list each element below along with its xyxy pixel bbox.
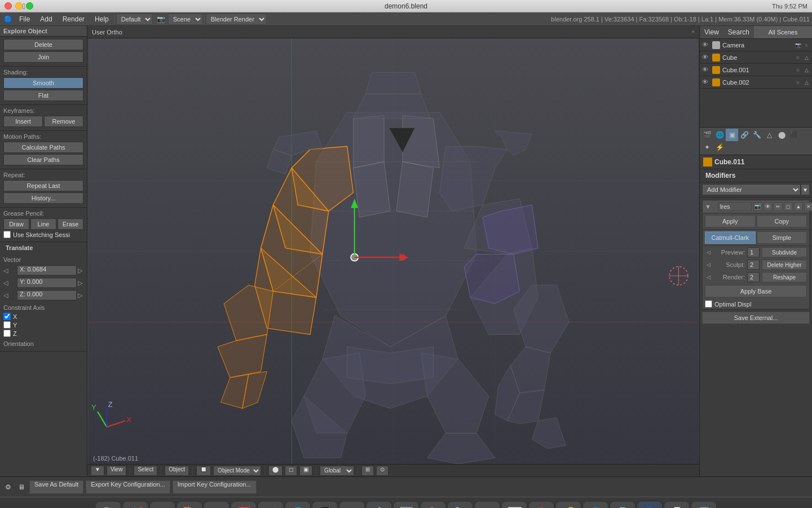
outliner-tab-view[interactable]: View <box>700 26 723 38</box>
menu-help[interactable]: Help <box>90 12 113 26</box>
outliner-tab-all-scenes[interactable]: All Scenes <box>754 26 812 38</box>
props-icon-texture[interactable]: ⬛ <box>788 129 800 141</box>
remove-btn[interactable]: Remove <box>44 116 83 127</box>
preview-val[interactable]: 1 <box>747 247 760 257</box>
delete-btn[interactable]: Delete <box>3 39 83 50</box>
z-input[interactable]: Z: 0.000 <box>17 290 77 300</box>
flat-btn[interactable]: Flat <box>3 90 83 101</box>
preview-left-arrow[interactable]: ◁ <box>705 247 712 257</box>
line-btn[interactable]: Line <box>30 218 56 230</box>
object-mode-select[interactable]: Object Mode Edit Mode Sculpt Mode <box>213 466 261 476</box>
dock-safari[interactable]: 🌐 <box>285 502 310 509</box>
modifier-name-input[interactable] <box>718 202 752 211</box>
scene-select[interactable]: Default <box>116 14 153 25</box>
view-btn[interactable]: View <box>107 466 127 476</box>
history-btn[interactable]: History... <box>3 192 83 204</box>
import-key-btn[interactable]: Import Key Configuration... <box>173 480 257 494</box>
reshape-btn[interactable]: Reshape <box>762 272 807 282</box>
dock-user[interactable]: 👤 <box>583 502 608 509</box>
props-icon-constraints[interactable]: 🔗 <box>738 129 751 141</box>
scene-item-cube002[interactable]: 👁 Cube.002 ○ △ <box>700 76 812 89</box>
modifier-viewport-icon[interactable]: 👁 <box>764 202 773 211</box>
dock-chart[interactable]: 📊 <box>502 502 527 509</box>
props-icon-particles[interactable]: ✦ <box>701 141 713 154</box>
add-modifier-arrow[interactable]: ▼ <box>801 184 810 195</box>
add-modifier-select[interactable]: Add Modifier <box>702 184 801 195</box>
simple-btn[interactable]: Simple <box>757 231 807 244</box>
join-btn[interactable]: Join <box>3 51 83 63</box>
dock-launchpad[interactable]: 🚀 <box>123 502 148 509</box>
sculpt-val[interactable]: 2 <box>747 260 760 270</box>
subdivide-btn[interactable]: Subdivide <box>762 247 807 257</box>
draw-btn[interactable]: Draw <box>3 218 29 230</box>
menu-file[interactable]: File <box>15 12 34 26</box>
modifier-expand-btn[interactable]: ▲ <box>794 202 803 211</box>
props-icon-scene[interactable]: 🎬 <box>701 129 713 141</box>
props-icon-modifiers[interactable]: 🔧 <box>751 129 763 141</box>
delete-higher-btn[interactable]: Delete Higher <box>762 260 807 270</box>
export-key-btn[interactable]: Export Key Configuration... <box>86 480 170 494</box>
repeat-last-btn[interactable]: Repeat Last <box>3 180 83 191</box>
scene-item-cube001[interactable]: 👁 Cube.001 ○ △ <box>700 64 812 76</box>
dock-game[interactable]: 🎮 <box>475 502 500 509</box>
erase-btn[interactable]: Erase <box>58 218 83 230</box>
scene-name-select[interactable]: Scene <box>168 14 203 25</box>
use-sketching-checkbox[interactable] <box>3 231 11 238</box>
layer-btn[interactable]: ⊞ <box>361 466 374 476</box>
minimize-button[interactable] <box>15 2 23 10</box>
modifier-cage-icon[interactable]: ◻ <box>784 202 793 211</box>
catmull-clark-btn[interactable]: Catmull-Clark <box>705 231 756 244</box>
x-input[interactable]: X: 0.0684 <box>17 265 77 275</box>
apply-base-btn[interactable]: Apply Base <box>705 285 807 297</box>
props-icon-object[interactable]: ▣ <box>726 129 738 141</box>
apply-btn[interactable]: Apply <box>705 215 756 227</box>
maximize-button[interactable] <box>26 2 33 10</box>
insert-btn[interactable]: Insert <box>3 116 43 127</box>
dock-blender[interactable]: 🔵 <box>637 502 662 509</box>
dock-calendar[interactable]: 📅 <box>231 502 256 509</box>
render-left-arrow[interactable]: ◁ <box>705 272 712 282</box>
dock-printer[interactable]: 🖨️ <box>664 502 689 509</box>
select-btn[interactable]: Select <box>134 466 157 476</box>
save-default-btn[interactable]: Save As Default <box>29 480 83 494</box>
render-wire[interactable]: ◻ <box>285 466 297 476</box>
render-engine-select[interactable]: Blender Render <box>206 14 267 25</box>
props-icon-physics[interactable]: ⚡ <box>713 141 726 154</box>
menu-add[interactable]: Add <box>36 12 56 26</box>
dock-target[interactable]: 🎯 <box>529 502 554 509</box>
modifier-render-icon[interactable]: 📷 <box>753 202 762 211</box>
smooth-btn[interactable]: Smooth <box>3 77 83 89</box>
props-icon-material[interactable]: ⬤ <box>775 129 788 141</box>
render-solid[interactable]: ⬤ <box>268 466 283 476</box>
view-toggle[interactable]: ▼ <box>91 466 104 476</box>
optimal-disp-checkbox[interactable] <box>705 300 712 308</box>
y-input[interactable]: Y: 0.000 <box>17 278 77 288</box>
dock-trash[interactable]: 🗑️ <box>691 502 716 509</box>
x-axis-checkbox[interactable] <box>3 313 11 320</box>
copy-btn[interactable]: Copy <box>757 215 807 227</box>
clear-paths-btn[interactable]: Clear Paths <box>3 154 83 165</box>
dock-paint[interactable]: 🎨 <box>421 502 445 509</box>
object-btn[interactable]: Object <box>165 466 189 476</box>
dock-appstore[interactable]: 🏪 <box>177 502 202 509</box>
sculpt-left-arrow[interactable]: ◁ <box>705 260 712 270</box>
dock-messages[interactable]: 💬 <box>312 502 337 509</box>
dock-monitor[interactable]: 🖥️ <box>394 502 418 509</box>
modifier-edit-icon[interactable]: ✏ <box>774 202 783 211</box>
viewport-bg[interactable]: X Y Z (-182) Cube.011 <box>87 26 699 476</box>
close-button[interactable] <box>5 2 12 10</box>
dock-key[interactable]: 🔑 <box>556 502 581 509</box>
modifier-close-btn[interactable]: ✕ <box>804 202 812 211</box>
pivot-btn[interactable]: ⊙ <box>376 466 389 476</box>
save-external-btn[interactable]: Save External... <box>702 312 810 324</box>
dock-photos[interactable]: 📷 <box>150 502 175 509</box>
dock-finder[interactable]: 🔍 <box>96 502 121 509</box>
props-icon-data[interactable]: △ <box>763 129 775 141</box>
dock-music[interactable]: 🎵 <box>258 502 283 509</box>
menu-render[interactable]: Render <box>58 12 89 26</box>
render-val[interactable]: 2 <box>747 272 760 282</box>
dock-settings[interactable]: ⚙️ <box>367 502 391 509</box>
scene-item-cube[interactable]: 👁 Cube ○ △ <box>700 51 812 64</box>
y-axis-checkbox[interactable] <box>3 321 11 329</box>
dock-mail[interactable]: ✉️ <box>204 502 229 509</box>
